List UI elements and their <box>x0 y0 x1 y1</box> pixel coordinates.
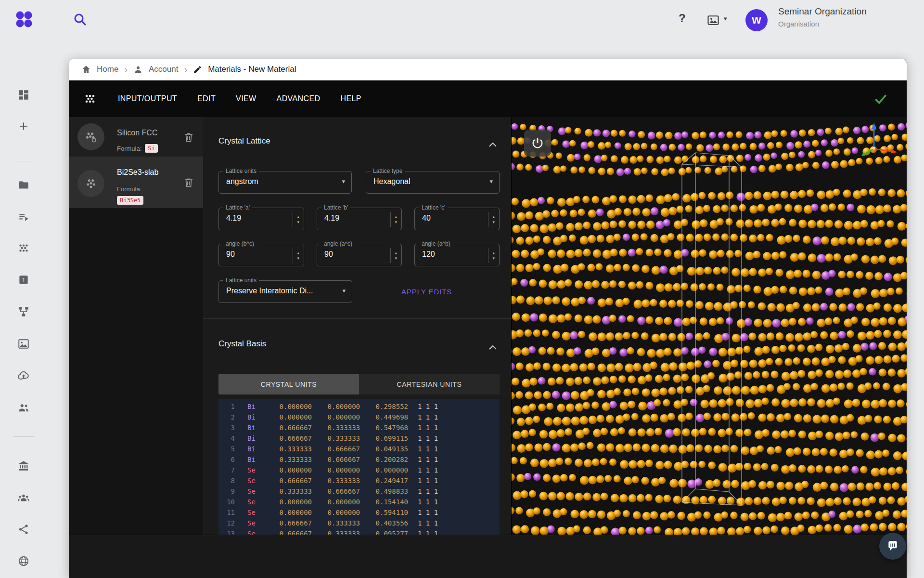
user-avatar[interactable]: W <box>745 9 768 31</box>
field-label: Lattice 'c' <box>419 204 448 211</box>
molecule-icon <box>83 92 97 105</box>
tab-crystal-units[interactable]: CRYSTAL UNITS <box>218 374 359 394</box>
section-divider <box>203 318 512 319</box>
field-label: angle (a^c) <box>321 240 355 247</box>
spinner-icon[interactable]: ▴▾ <box>390 248 401 263</box>
field-label: angle (b^c) <box>223 240 257 247</box>
saved-check-icon[interactable] <box>874 92 887 105</box>
basis-row[interactable]: 10Se0.0000000.0000000.1541401 1 1 <box>218 497 500 507</box>
delete-material-button[interactable] <box>183 177 194 188</box>
window-footer-bar <box>69 535 907 578</box>
team-icon[interactable] <box>17 492 30 504</box>
unit-one-icon[interactable]: 1 <box>17 274 30 286</box>
basis-row[interactable]: 3Bi0.6666670.3333330.5479681 1 1 <box>218 422 500 433</box>
spinner-icon[interactable]: ▴▾ <box>293 212 304 227</box>
breadcrumb-home[interactable]: Home <box>97 65 118 74</box>
field-label: angle (a^b) <box>419 240 453 247</box>
chevron-right-icon: › <box>124 65 128 74</box>
basis-row[interactable]: 13Se0.6666670.3333330.0952771 1 1 <box>218 528 500 535</box>
app-logo-icon[interactable] <box>14 10 34 29</box>
apply-edits-button[interactable]: APPLY EDITS <box>401 280 452 303</box>
basis-row[interactable]: 7Se0.0000000.0000000.0000001 1 1 <box>218 465 500 475</box>
angle-ab-input[interactable]: angle (a^b) 120 ▴▾ <box>414 244 500 266</box>
material-name: Bi2Se3-slab <box>117 168 158 177</box>
crystal-edit-panel: Crystal Lattice Lattice units angstrom ▾… <box>203 117 512 535</box>
lattice-units-select[interactable]: Lattice units angstrom ▾ <box>218 171 352 194</box>
field-value: angstrom <box>226 177 258 186</box>
basis-row[interactable]: 6Bi0.3333330.6666670.2002821 1 1 <box>218 454 500 465</box>
lattice-c-input[interactable]: Lattice 'c' 40 ▴▾ <box>414 208 500 230</box>
basis-row[interactable]: 5Bi0.3333330.6666670.0491351 1 1 <box>218 444 500 454</box>
dropdown-caret-icon: ▾ <box>342 178 345 185</box>
sidebar-divider <box>13 161 34 161</box>
material-item-bi2se3-slab[interactable]: Bi2Se3-slab Formula: Bi3Se5 <box>69 157 203 208</box>
menu-view[interactable]: VIEW <box>236 94 257 103</box>
field-value: 120 <box>422 250 435 259</box>
search-icon[interactable] <box>72 12 88 29</box>
spinner-icon[interactable]: ▴▾ <box>293 248 304 263</box>
menu-advanced[interactable]: ADVANCED <box>277 94 321 103</box>
screenshot-menu-icon[interactable] <box>706 13 720 29</box>
add-icon[interactable] <box>17 120 30 132</box>
material-name: Silicon FCC <box>117 129 157 137</box>
material-item-silicon-fcc[interactable]: Silicon FCC Formula: Si <box>69 117 203 157</box>
dashboard-icon[interactable] <box>17 89 30 101</box>
field-label: Lattice type <box>371 168 405 174</box>
dropdown-caret-icon: ▾ <box>342 287 346 294</box>
people-icon[interactable] <box>17 401 30 414</box>
menu-input-output[interactable]: INPUT/OUTPUT <box>118 94 177 103</box>
chevron-right-icon: › <box>184 65 187 74</box>
collapse-chevron-icon[interactable] <box>489 343 497 347</box>
basis-code-editor[interactable]: 1Bi0.0000000.0000000.2985521 1 12Bi0.000… <box>218 399 500 535</box>
formula-chip: Si <box>145 144 157 153</box>
materials-icon[interactable] <box>17 242 30 254</box>
collapse-chevron-icon[interactable] <box>489 140 497 144</box>
home-icon[interactable] <box>81 65 91 74</box>
spinner-icon[interactable]: ▴▾ <box>488 248 499 263</box>
angle-ac-input[interactable]: angle (a^c) 90 ▴▾ <box>317 244 402 266</box>
delete-material-button[interactable] <box>183 131 194 143</box>
basis-row[interactable]: 9Se0.3333330.6666670.4988331 1 1 <box>218 486 500 497</box>
basis-row[interactable]: 8Se0.6666670.3333330.2494171 1 1 <box>218 475 500 486</box>
cloud-upload-icon[interactable] <box>17 369 30 382</box>
field-label: Lattice units <box>223 277 259 284</box>
basis-row[interactable]: 2Bi0.0000000.0000000.4496981 1 1 <box>218 412 500 422</box>
basis-row[interactable]: 12Se0.6666670.3333330.4035561 1 1 <box>218 518 500 528</box>
org-name[interactable]: Seminar Organization <box>778 6 867 17</box>
images-icon[interactable] <box>17 338 30 350</box>
caret-down-icon[interactable]: ▾ <box>724 15 727 22</box>
tab-cartesian-units[interactable]: CARTESIAN UNITS <box>359 374 500 394</box>
spinner-icon[interactable]: ▴▾ <box>390 212 401 227</box>
basis-row[interactable]: 1Bi0.0000000.0000000.2985521 1 1 <box>218 401 500 412</box>
share-icon[interactable] <box>17 523 30 536</box>
dropdown-caret-icon: ▾ <box>489 178 493 185</box>
breadcrumb-current: Materials - New Material <box>208 65 296 74</box>
jobs-list-icon[interactable] <box>17 210 30 223</box>
field-value: 90 <box>324 250 333 259</box>
sidebar-divider <box>13 436 34 437</box>
axes-gizmo[interactable] <box>851 121 901 162</box>
svg-text:1: 1 <box>22 277 26 284</box>
lattice-units-mode-select[interactable]: Lattice units Preserve Interatomic Di...… <box>218 280 352 303</box>
angle-bc-input[interactable]: angle (b^c) 90 ▴▾ <box>218 244 304 266</box>
menu-help[interactable]: HELP <box>341 94 361 103</box>
viewer-power-button[interactable] <box>524 130 551 157</box>
lattice-a-input[interactable]: Lattice 'a' 4.19 ▴▾ <box>218 208 304 230</box>
basis-row[interactable]: 11Se0.0000000.0000000.5941101 1 1 <box>218 507 500 518</box>
spinner-icon[interactable]: ▴▾ <box>488 212 499 227</box>
person-icon[interactable] <box>133 65 143 74</box>
lattice-type-select[interactable]: Lattice type Hexagonal ▾ <box>366 171 500 194</box>
3d-structure-viewer[interactable] <box>512 117 907 535</box>
folder-icon[interactable] <box>17 179 30 191</box>
help-icon[interactable]: ? <box>679 12 686 25</box>
basis-units-tabs: CRYSTAL UNITS CARTESIAN UNITS <box>218 374 500 394</box>
atoms-canvas <box>512 117 907 535</box>
support-chat-button[interactable] <box>879 533 906 560</box>
organization-icon[interactable] <box>17 460 30 472</box>
workflows-icon[interactable] <box>17 305 30 318</box>
breadcrumb-account[interactable]: Account <box>149 65 178 74</box>
menu-edit[interactable]: EDIT <box>197 94 216 103</box>
basis-row[interactable]: 4Bi0.6666670.3333330.6991151 1 1 <box>218 433 500 444</box>
globe-icon[interactable] <box>17 555 30 567</box>
lattice-b-input[interactable]: Lattice 'b' 4.19 ▴▾ <box>317 208 402 230</box>
